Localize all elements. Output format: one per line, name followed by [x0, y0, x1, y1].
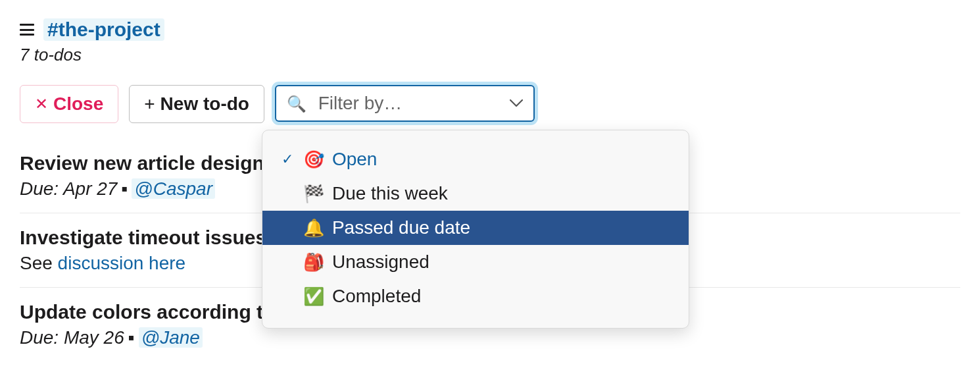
due-date: May 26 — [64, 327, 124, 348]
desc-text: See — [20, 253, 58, 273]
option-label: Unassigned — [332, 252, 429, 273]
due-date: Apr 27 — [63, 178, 118, 199]
bullet: ▪ — [121, 178, 128, 199]
option-emoji: 🏁 — [303, 184, 323, 204]
option-label: Open — [332, 149, 378, 170]
filter-placeholder: Filter by… — [318, 93, 403, 113]
due-prefix: Due: — [20, 327, 64, 348]
filter-option[interactable]: 🏁Due this week — [262, 176, 689, 211]
option-label: Due this week — [332, 183, 448, 204]
filter-option[interactable]: 🔔Passed due date — [262, 211, 689, 245]
filter-select[interactable]: 🔍 Filter by… — [275, 85, 535, 122]
new-todo-label: New to-do — [160, 94, 249, 115]
plus-icon: + — [144, 94, 155, 115]
close-label: Close — [53, 94, 103, 115]
chevron-down-icon — [510, 99, 523, 107]
channel-link[interactable]: #the-project — [43, 18, 164, 41]
option-label: Passed due date — [332, 217, 470, 238]
bullet: ▪ — [128, 327, 135, 348]
assignee-mention[interactable]: @Jane — [139, 327, 203, 348]
option-emoji: 🔔 — [303, 218, 323, 238]
filter-option[interactable]: 🎒Unassigned — [262, 245, 689, 279]
option-emoji: ✅ — [303, 286, 323, 307]
new-todo-button[interactable]: + New to-do — [129, 85, 264, 123]
todo-meta: Due: May 26▪@Jane — [20, 327, 960, 348]
search-icon: 🔍 — [287, 95, 306, 113]
filter-option[interactable]: ✓🎯Open — [262, 142, 689, 176]
close-icon: ✕ — [35, 95, 48, 113]
option-emoji: 🎯 — [303, 149, 323, 170]
check-icon: ✓ — [281, 151, 294, 168]
option-label: Completed — [332, 286, 421, 307]
hamburger-icon[interactable] — [20, 24, 34, 36]
close-button[interactable]: ✕ Close — [20, 85, 118, 123]
option-emoji: 🎒 — [303, 252, 323, 273]
filter-dropdown: ✓🎯Open🏁Due this week🔔Passed due date🎒Una… — [262, 130, 689, 329]
assignee-mention[interactable]: @Caspar — [132, 178, 215, 199]
todo-count: 7 to-dos — [20, 45, 960, 65]
desc-link[interactable]: discussion here — [58, 253, 186, 273]
filter-option[interactable]: ✅Completed — [262, 279, 689, 313]
due-prefix: Due: — [20, 178, 63, 199]
